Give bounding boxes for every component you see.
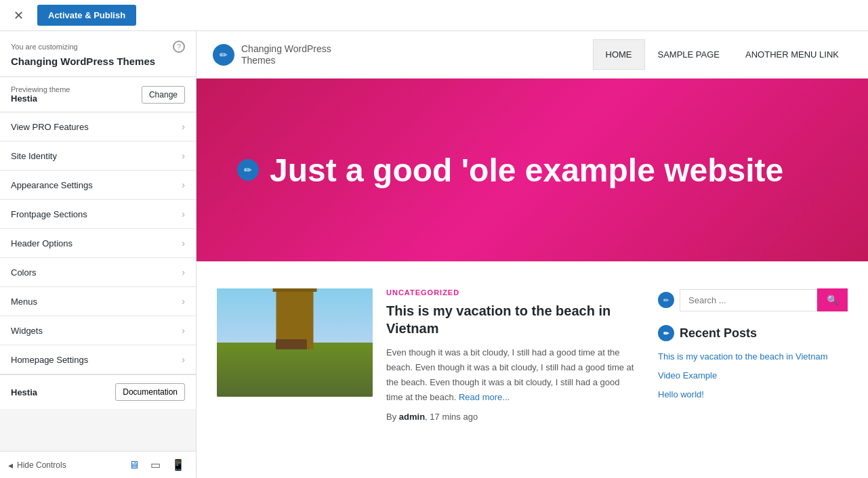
nav-menu: HOME SAMPLE PAGE ANOTHER MENU LINK	[593, 39, 852, 70]
tower-top	[273, 288, 317, 292]
read-more-link[interactable]: Read more...	[459, 392, 510, 402]
sidebar-item-view-pro[interactable]: View PRO Features ›	[0, 112, 196, 142]
post-author: admin	[399, 412, 425, 422]
hero-section: ✏ Just a good 'ole example website	[197, 79, 868, 261]
excerpt-text: Even though it was a bit cloudy, I still…	[386, 347, 634, 402]
sidebar-item-widgets[interactable]: Widgets ›	[0, 316, 196, 345]
search-widget: ✏ 🔍	[658, 288, 848, 311]
header-options-label: Header Options	[11, 238, 73, 248]
content-area: UNCATEGORIZED This is my vacation to the…	[197, 261, 868, 449]
search-button[interactable]: 🔍	[817, 288, 848, 311]
previewing-label: Previewing theme	[11, 85, 70, 93]
sidebar-header: You are customizing ? Changing WordPress…	[0, 31, 196, 77]
hero-edit-icon[interactable]: ✏	[237, 159, 259, 181]
sidebar-footer: ◂ Hide Controls 🖥 ▭ 📱	[0, 451, 196, 478]
site-logo: ✏ Changing WordPress Themes	[213, 43, 331, 66]
post-image	[217, 288, 373, 397]
clock-face	[276, 339, 307, 349]
site-name: Changing WordPress Themes	[241, 43, 331, 66]
chevron-right-icon: ›	[182, 267, 185, 278]
hide-controls-label: Hide Controls	[17, 460, 66, 470]
documentation-button[interactable]: Documentation	[115, 383, 185, 401]
site-header: ✏ Changing WordPress Themes HOME SAMPLE …	[197, 31, 868, 79]
preview-section: Previewing theme Hestia Change	[0, 77, 196, 112]
sidebar-site-title: Changing WordPress Themes	[11, 56, 185, 67]
chevron-right-icon: ›	[182, 296, 185, 307]
main-layout: You are customizing ? Changing WordPress…	[0, 31, 868, 478]
customizing-text: You are customizing	[11, 43, 78, 51]
recent-post-link-2[interactable]: Hello world!	[658, 389, 848, 401]
search-input[interactable]	[680, 289, 817, 311]
sidebar-item-appearance-settings[interactable]: Appearance Settings ›	[0, 171, 196, 200]
post-category: UNCATEGORIZED	[386, 288, 638, 297]
sidebar-menu: View PRO Features › Site Identity › Appe…	[0, 112, 196, 451]
change-theme-button[interactable]: Change	[142, 86, 185, 104]
recent-post-link-0[interactable]: This is my vacation to the beach in Viet…	[658, 351, 848, 363]
arrow-left-icon: ◂	[8, 460, 13, 471]
nav-item-sample[interactable]: SAMPLE PAGE	[645, 39, 733, 70]
appearance-settings-label: Appearance Settings	[11, 180, 93, 190]
sidebar-item-homepage-settings[interactable]: Homepage Settings ›	[0, 345, 196, 374]
chevron-right-icon: ›	[182, 325, 185, 336]
theme-name: Hestia	[11, 93, 70, 104]
post-excerpt: Even though it was a bit cloudy, I still…	[386, 345, 638, 405]
widget-edit-icon[interactable]: ✏	[658, 325, 674, 341]
customizing-label: You are customizing ?	[11, 41, 185, 53]
tablet-icon[interactable]: ▭	[148, 457, 163, 473]
chevron-right-icon: ›	[182, 150, 185, 161]
recent-posts-heading: Recent Posts	[680, 326, 757, 341]
colors-label: Colors	[11, 267, 37, 278]
recent-post-link-1[interactable]: Video Example	[658, 370, 848, 382]
hestia-label: Hestia	[11, 387, 37, 397]
site-identity-label: Site Identity	[11, 151, 57, 161]
chevron-right-icon: ›	[182, 354, 185, 365]
nav-item-another[interactable]: ANOTHER MENU LINK	[732, 39, 852, 70]
widgets-label: Widgets	[11, 326, 43, 336]
site-name-line1: Changing WordPress	[241, 43, 331, 55]
logo-edit-icon[interactable]: ✏	[213, 44, 234, 66]
help-icon[interactable]: ?	[173, 41, 185, 53]
post-time: 17 mins ago	[430, 412, 478, 422]
activate-publish-button[interactable]: Activate & Publish	[37, 5, 136, 26]
nav-item-home[interactable]: HOME	[593, 39, 645, 70]
hero-title: Just a good 'ole example website	[270, 152, 783, 189]
chevron-right-icon: ›	[182, 179, 185, 190]
chevron-right-icon: ›	[182, 209, 185, 219]
preview-info: Previewing theme Hestia	[11, 85, 70, 104]
desktop-icon[interactable]: 🖥	[126, 457, 142, 473]
sidebar-widget: ✏ 🔍 ✏ Recent Posts This is my vacation t…	[658, 288, 848, 422]
menus-label: Menus	[11, 297, 37, 307]
hestia-section: Hestia Documentation	[0, 374, 196, 409]
view-pro-label: View PRO Features	[11, 122, 89, 132]
device-icons: 🖥 ▭ 📱	[126, 457, 188, 473]
chevron-right-icon: ›	[182, 238, 185, 248]
search-edit-icon[interactable]: ✏	[658, 292, 674, 308]
sidebar-item-menus[interactable]: Menus ›	[0, 287, 196, 316]
close-button[interactable]: ✕	[8, 5, 29, 26]
ground	[217, 343, 373, 397]
chevron-right-icon: ›	[182, 121, 185, 132]
top-bar: ✕ Activate & Publish	[0, 0, 868, 31]
post-title: This is my vacation to the beach in Viet…	[386, 302, 638, 337]
sidebar-item-frontpage-sections[interactable]: Frontpage Sections ›	[0, 200, 196, 229]
customizer-sidebar: You are customizing ? Changing WordPress…	[0, 31, 197, 478]
post-content: UNCATEGORIZED This is my vacation to the…	[386, 288, 638, 422]
hide-controls-button[interactable]: ◂ Hide Controls	[8, 460, 66, 471]
sidebar-item-colors[interactable]: Colors ›	[0, 258, 196, 287]
post-row: UNCATEGORIZED This is my vacation to the…	[217, 288, 638, 422]
recent-posts-title: ✏ Recent Posts	[658, 325, 848, 341]
preview-area: ✏ Changing WordPress Themes HOME SAMPLE …	[197, 31, 868, 478]
frontpage-sections-label: Frontpage Sections	[11, 209, 87, 219]
main-content: UNCATEGORIZED This is my vacation to the…	[217, 288, 658, 422]
sidebar-item-site-identity[interactable]: Site Identity ›	[0, 142, 196, 171]
site-name-line2: Themes	[241, 55, 331, 66]
sidebar-item-header-options[interactable]: Header Options ›	[0, 229, 196, 258]
homepage-settings-label: Homepage Settings	[11, 355, 88, 365]
post-meta: By admin, 17 mins ago	[386, 412, 638, 422]
mobile-icon[interactable]: 📱	[169, 457, 188, 473]
